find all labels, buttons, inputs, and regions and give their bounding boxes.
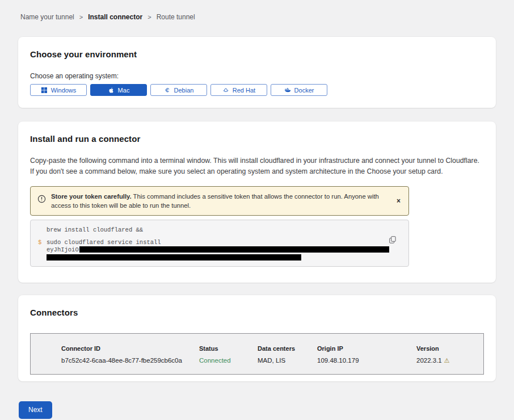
install-description: Copy-paste the following command into a … (30, 156, 484, 177)
col-header-origin-ip: Origin IP (317, 345, 416, 352)
redhat-icon (222, 87, 229, 94)
os-select-label: Choose an operating system: (30, 72, 484, 80)
apple-icon (108, 87, 115, 94)
install-card-title: Install and run a connector (30, 134, 484, 144)
connectors-card: Connectors Connector ID Status Data cent… (18, 295, 496, 381)
token-prefix: eyJhIjoiO (47, 246, 79, 253)
install-connector-card: Install and run a connector Copy-paste t… (18, 121, 496, 283)
os-button-label: Docker (294, 87, 314, 94)
command-token-line: eyJhIjoiO (31, 246, 408, 254)
os-button-debian[interactable]: Debian (150, 84, 207, 96)
os-button-mac[interactable]: Mac (90, 84, 147, 96)
token-redaction-bar (79, 246, 389, 253)
data-centers-value: MAD, LIS (258, 357, 317, 364)
debian-icon (164, 87, 171, 94)
copy-icon[interactable] (388, 235, 397, 246)
breadcrumb-step-install-connector[interactable]: Install connector (88, 13, 142, 21)
col-header-connector-id: Connector ID (61, 345, 199, 352)
connectors-table-header-row: Connector ID Status Data centers Origin … (31, 345, 483, 352)
table-row: b7c52c42-6caa-48ee-8c77-fbe259cb6c0a Con… (31, 357, 483, 364)
connector-id-value: b7c52c42-6caa-48ee-8c77-fbe259cb6c0a (61, 357, 199, 364)
os-button-windows[interactable]: Windows (30, 84, 87, 96)
token-warning-banner: Store your token carefully. This command… (30, 186, 409, 216)
command-line-2-text: sudo cloudflared service install (47, 239, 161, 246)
alert-circle-icon (37, 195, 46, 203)
next-button[interactable]: Next (19, 401, 52, 419)
breadcrumb: Name your tunnel > Install connector > R… (20, 0, 496, 21)
breadcrumb-step-route-tunnel[interactable]: Route tunnel (157, 13, 195, 21)
breadcrumb-separator: > (79, 14, 83, 20)
breadcrumb-step-name-your-tunnel[interactable]: Name your tunnel (20, 13, 74, 21)
os-button-label: Debian (174, 87, 194, 94)
status-badge: Connected (199, 357, 258, 364)
windows-icon (41, 87, 48, 94)
choose-environment-card: Choose your environment Choose an operat… (18, 37, 496, 108)
environment-card-title: Choose your environment (30, 49, 484, 59)
os-button-group: Windows Mac Debian Red Hat (30, 84, 484, 96)
connectors-card-title: Connectors (30, 308, 484, 317)
col-header-data-centers: Data centers (258, 345, 317, 352)
command-line-1: brew install cloudflared && (31, 226, 408, 234)
warning-title: Store your token carefully. (51, 193, 132, 200)
page: Name your tunnel > Install connector > R… (0, 0, 514, 419)
shell-prompt: $ (38, 239, 41, 246)
warning-triangle-icon: ⚠ (444, 357, 450, 364)
origin-ip-value: 109.48.10.179 (317, 357, 416, 364)
version-value: 2022.3.1⚠ (416, 357, 483, 364)
col-header-version: Version (416, 345, 483, 352)
warning-text: Store your token carefully. This command… (51, 192, 387, 210)
token-redaction-bar (47, 254, 301, 261)
version-number: 2022.3.1 (416, 357, 442, 364)
os-button-redhat[interactable]: Red Hat (210, 84, 267, 96)
install-command-codeblock: brew install cloudflared && $sudo cloudf… (30, 220, 409, 267)
close-icon[interactable]: × (394, 195, 403, 207)
command-line-2: $sudo cloudflared service install (31, 239, 408, 246)
os-button-docker[interactable]: Docker (271, 84, 327, 96)
docker-icon (284, 87, 291, 94)
connectors-table: Connector ID Status Data centers Origin … (30, 333, 484, 375)
os-button-label: Windows (51, 87, 77, 94)
os-button-label: Mac (118, 87, 130, 94)
breadcrumb-separator: > (148, 14, 151, 20)
col-header-status: Status (199, 345, 258, 352)
os-button-label: Red Hat (233, 87, 255, 94)
